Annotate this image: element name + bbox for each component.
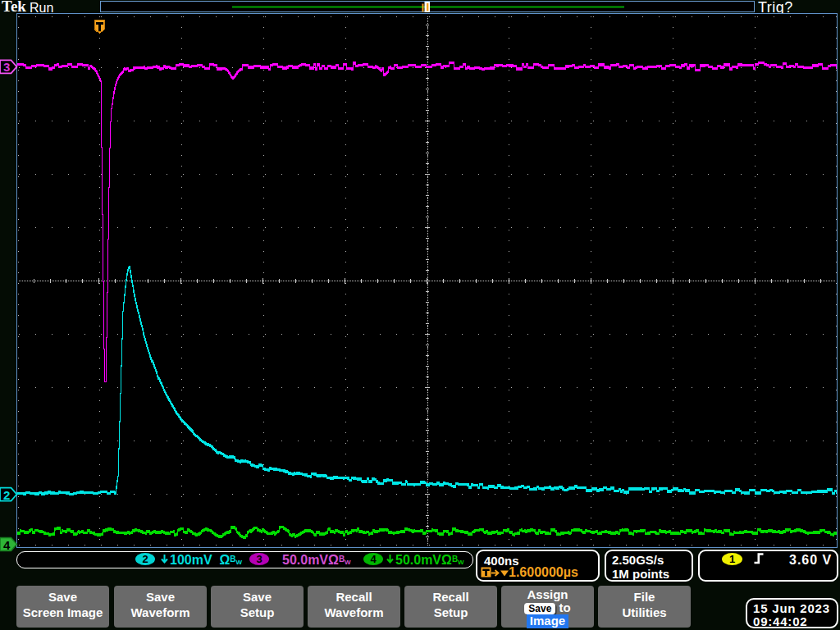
svg-text:3: 3 [3,60,10,74]
svg-text:4: 4 [3,538,11,552]
svg-text:2: 2 [3,488,10,502]
